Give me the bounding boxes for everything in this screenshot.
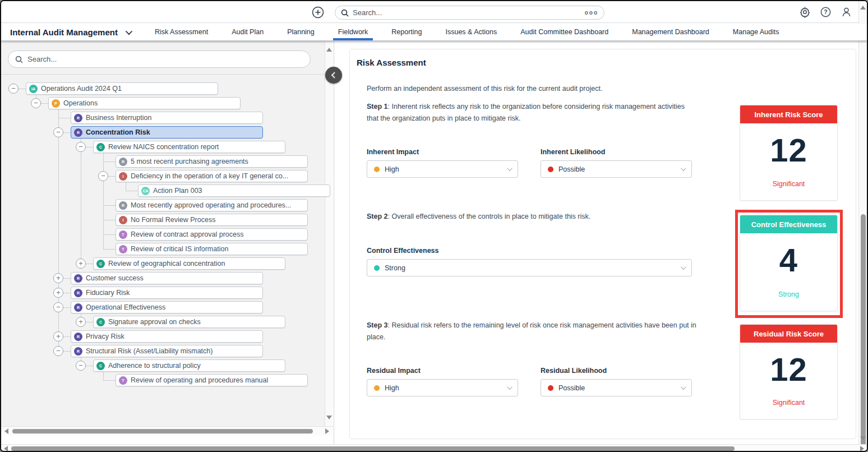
tab-management-dashboard[interactable]: Management Dashboard <box>620 24 721 40</box>
tree-node[interactable]: RBusiness Interruption <box>71 112 263 124</box>
help-icon[interactable]: ? <box>819 6 832 18</box>
intro-text: Perform an independent assessment of thi… <box>367 83 698 95</box>
collapse-node-button[interactable]: − <box>8 84 19 94</box>
page-vertical-scrollbar[interactable] <box>858 1 867 444</box>
tree-connector <box>103 234 116 235</box>
inherent-likelihood-label: Inherent Likelihood <box>541 148 605 156</box>
tree-node-label: Business Interruption <box>86 114 151 122</box>
collapse-node-button[interactable]: − <box>76 361 86 371</box>
user-profile-icon[interactable] <box>840 6 852 18</box>
tree-node[interactable]: CAdherence to structural policy <box>93 359 285 372</box>
tree-node-label: No Formal Review Process <box>131 216 215 224</box>
status-dot-icon <box>374 385 380 391</box>
tree-node[interactable]: RMost recently approved operating and pr… <box>116 199 308 211</box>
sidebar-vertical-scrollbar[interactable] <box>325 41 333 426</box>
internal-audit-badge-icon: IA <box>29 85 38 93</box>
tree-connector <box>81 139 81 264</box>
tree-node-label: Fiduciary Risk <box>86 289 130 297</box>
tree-node[interactable]: ROperational Effectiveness <box>71 301 263 313</box>
tab-audit-committee-dashboard[interactable]: Audit Committee Dashboard <box>509 24 620 40</box>
tab-manage-audits[interactable]: Manage Audits <box>721 24 791 40</box>
tree-node-label: Operations <box>63 99 98 107</box>
collapse-panel-button[interactable] <box>325 67 342 84</box>
search-overflow-icon[interactable]: ooo <box>585 10 598 16</box>
tree-node[interactable]: IAOperations Audit 2024 Q1 <box>26 82 218 95</box>
tree-node[interactable]: TReview of operating and procedures manu… <box>116 374 308 386</box>
tree-search-input[interactable] <box>27 55 303 63</box>
collapse-node-button[interactable]: − <box>31 98 41 108</box>
global-search: ooo <box>335 6 604 20</box>
control-effectiveness-card: Control Effectiveness4Strong <box>740 215 838 311</box>
tree-node[interactable]: RConcentration Risk <box>71 126 263 139</box>
expand-node-button[interactable]: + <box>53 288 63 298</box>
tree-node-label: Signature approval on checks <box>108 318 201 326</box>
inherent-likelihood-select[interactable]: Possible <box>541 160 692 178</box>
collapse-node-button[interactable]: − <box>76 142 86 152</box>
residual-risk-score-card: Residual Risk Score12Significant <box>740 324 838 419</box>
status-dot-icon <box>374 265 380 271</box>
expand-node-button[interactable]: + <box>76 259 86 269</box>
tree-node[interactable]: TReview of contract approval process <box>116 228 308 241</box>
tab-risk-assessment[interactable]: Risk Assessment <box>143 24 220 40</box>
residual-likelihood-select[interactable]: Possible <box>541 379 692 396</box>
tab-planning[interactable]: Planning <box>275 24 326 40</box>
app-title: Internal Audit Management <box>10 27 118 37</box>
collapse-node-button[interactable]: − <box>53 127 63 137</box>
chevron-down-icon <box>507 384 513 390</box>
tree-node[interactable]: INo Formal Review Process <box>116 214 308 226</box>
tab-fieldwork[interactable]: Fieldwork <box>326 24 380 40</box>
inherent-impact-label: Inherent Impact <box>367 148 419 156</box>
tree-node[interactable]: R5 most recent purchasing agreements <box>116 155 308 168</box>
tree-node[interactable]: RCustomer success <box>71 272 263 284</box>
search-icon <box>15 56 23 63</box>
tab-audit-plan[interactable]: Audit Plan <box>220 24 275 40</box>
inherent-risk-score-card: Inherent Risk Score12Significant <box>740 105 838 201</box>
risk-badge-icon: R <box>74 333 82 341</box>
status-dot-icon <box>374 167 380 172</box>
expand-node-button[interactable]: + <box>53 273 63 283</box>
tree-node[interactable]: RStructural Risk (Asset/Liability mismat… <box>71 345 263 357</box>
tree-connector <box>103 372 104 380</box>
tab-issues-actions[interactable]: Issues & Actions <box>433 24 509 40</box>
status-dot-icon <box>548 167 553 172</box>
collapse-node-button[interactable]: − <box>98 171 108 181</box>
tree-node[interactable]: RPrivacy Risk <box>71 330 263 343</box>
residual-impact-select[interactable]: High <box>367 379 518 396</box>
app-switcher[interactable]: Internal Audit Management <box>1 24 131 40</box>
tree-node[interactable]: POperations <box>48 97 241 109</box>
page-horizontal-scrollbar[interactable] <box>1 444 867 452</box>
tree-node[interactable]: RFiduciary Risk <box>71 287 263 299</box>
tree-node[interactable]: TReview of critical IS information <box>116 243 308 255</box>
collapse-node-button[interactable]: − <box>53 346 63 356</box>
tree-node[interactable]: CReview of geographical concentration <box>93 257 285 270</box>
tree-node[interactable]: IDeficiency in the operation of a key IT… <box>116 170 308 182</box>
risk-badge-icon: R <box>74 303 82 312</box>
tree-node[interactable]: CSignature approval on checks <box>93 316 285 328</box>
app-window: ooo ? Internal Audit Management Risk Ass… <box>0 0 868 452</box>
risk-badge-icon: R <box>74 274 82 283</box>
control-effectiveness-select[interactable]: Strong <box>367 259 692 276</box>
collapse-node-button[interactable]: − <box>53 302 63 312</box>
tree-node-label: Review of operating and procedures manua… <box>131 376 268 384</box>
sidebar-horizontal-scrollbar[interactable] <box>1 426 333 435</box>
inherent-likelihood-value: Possible <box>558 165 681 173</box>
tab-reporting[interactable]: Reporting <box>380 24 433 40</box>
add-icon[interactable] <box>312 6 324 19</box>
risk-badge-icon: R <box>74 128 82 137</box>
global-search-input[interactable] <box>353 8 585 17</box>
expand-node-button[interactable]: + <box>53 331 63 342</box>
inherent-impact-select[interactable]: High <box>367 160 518 178</box>
control-effectiveness-value: 4 <box>740 241 837 279</box>
residual-impact-value: High <box>385 384 507 392</box>
tree-node[interactable]: CAAction Plan 003 <box>138 185 330 197</box>
step2-text: Step 2: Overall effectiveness of the con… <box>367 211 698 223</box>
tree-search <box>8 50 311 68</box>
settings-gear-icon[interactable] <box>798 6 811 18</box>
issue-badge-icon: I <box>119 172 127 181</box>
page-title: Risk Assessment <box>357 58 426 67</box>
control-effectiveness-rating-label: Strong <box>740 290 837 298</box>
tree-connector <box>126 182 126 191</box>
chevron-down-icon <box>681 165 686 171</box>
tree-node[interactable]: CReview NAICS concentration report <box>93 141 285 153</box>
expand-node-button[interactable]: + <box>76 317 86 327</box>
